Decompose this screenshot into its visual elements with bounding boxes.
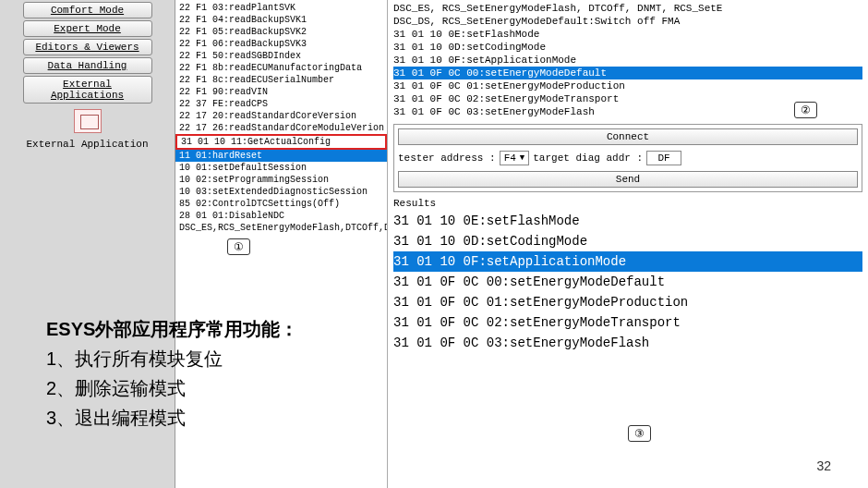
list-item[interactable]: 85 02:ControlDTCSettings(Off) (175, 198, 387, 210)
tester-address-select[interactable]: F4 ▼ (500, 151, 530, 165)
summary-line-2: 2、删除运输模式 (46, 373, 298, 403)
tester-address-value: F4 (504, 152, 516, 164)
right-pane: DSC_ES, RCS_SetEnergyModeFlash, DTCOff, … (388, 0, 868, 488)
list-item[interactable]: 22 F1 8c:readECUSerialNumber (175, 74, 387, 86)
list-item[interactable]: DSC_ES, RCS_SetEnergyModeFlash, DTCOff, … (393, 2, 862, 15)
list-item[interactable]: 31 01 0F 0C 01:setEnergyModeProduction (393, 79, 862, 92)
list-item[interactable]: 22 F1 05:readBackupSVK2 (175, 26, 387, 38)
target-addr-input[interactable]: DF (646, 151, 681, 165)
list-item[interactable]: 22 F1 03:readPlantSVK (175, 2, 387, 14)
results-label: Results (393, 198, 862, 209)
external-app-icon (74, 109, 102, 133)
list-item[interactable]: 10 03:setExtendedDiagnosticSession (175, 186, 387, 198)
sidebar-item-expert[interactable]: Expert Mode (23, 20, 152, 37)
list-item[interactable]: 31 01 10 0E:setFlashMode (393, 28, 862, 41)
list-item[interactable]: 10 01:setDefaultSession (175, 162, 387, 174)
list-item[interactable]: 22 F1 8b:readECUManufactoringData (175, 62, 387, 74)
connect-button[interactable]: Connect (398, 128, 858, 145)
sidebar-item-data[interactable]: Data Handling (23, 57, 152, 74)
list-item[interactable]: 31 01 10 11:GetActualConfig (175, 134, 387, 150)
sidebar-item-comfort[interactable]: Comfort Mode (23, 2, 152, 18)
page-number: 32 (816, 458, 831, 473)
list-item[interactable]: 11 01:hardReset (175, 150, 387, 162)
list-item[interactable]: 31 01 0F 0C 02:setEnergyModeTransport (393, 312, 862, 333)
list-item[interactable]: 22 F1 06:readBackupSVK3 (175, 38, 387, 50)
list-item[interactable]: 22 17 26:readStandardCoreModuleVerion (175, 122, 387, 134)
list-item[interactable]: 31 01 10 0F:setApplicationMode (393, 54, 862, 67)
sidebar-item-editors[interactable]: Editors & Viewers (23, 39, 152, 55)
list-item[interactable]: 31 01 0F 0C 00:setEnergyModeDefault (393, 67, 862, 79)
list-item[interactable]: 22 F1 90:readVIN (175, 86, 387, 98)
target-addr-label: target diag addr : (533, 152, 643, 164)
list-item[interactable]: 31 01 10 0F:setApplicationMode (393, 251, 862, 272)
list-item[interactable]: 22 F1 04:readBackupSVK1 (175, 14, 387, 26)
results-list[interactable]: 31 01 10 0E:setFlashMode31 01 10 0D:setC… (393, 211, 862, 353)
chevron-down-icon: ▼ (520, 153, 524, 163)
summary-line-3: 3、退出编程模式 (46, 403, 298, 433)
sidebar-item-external[interactable]: External Applications (23, 76, 152, 104)
summary-line-1: 1、执行所有模块复位 (46, 344, 298, 373)
list-item[interactable]: 31 01 0F 0C 03:setEnergyModeFlash (393, 105, 862, 118)
list-item[interactable]: DSC_ES,RCS_SetEnergyModeFlash,DTCOff,DNM… (175, 222, 387, 234)
list-item[interactable]: 31 01 0F 0C 00:setEnergyModeDefault (393, 272, 862, 292)
list-item[interactable]: 31 01 0F 0C 01:setEnergyModeProduction (393, 292, 862, 312)
list-item[interactable]: 31 01 10 0D:setCodingMode (393, 41, 862, 54)
list-item[interactable]: 22 17 20:readStandardCoreVersion (175, 110, 387, 122)
list-item[interactable]: 31 01 0F 0C 03:setEnergyModeFlash (393, 333, 862, 353)
external-app-label: External Application (0, 139, 175, 150)
list-item[interactable]: DSC_DS, RCS_SetEnergyModeDefault:Switch … (393, 15, 862, 28)
connect-panel: Connect tester address : F4 ▼ target dia… (393, 124, 862, 192)
callout-2: ② (794, 102, 817, 118)
summary-title: ESYS外部应用程序常用功能： (46, 314, 298, 344)
external-app-launcher[interactable]: External Application (0, 109, 175, 150)
tester-address-label: tester address : (398, 152, 496, 164)
callout-1: ① (227, 238, 250, 255)
list-item[interactable]: 22 37 FE:readCPS (175, 98, 387, 110)
list-item[interactable]: 22 F1 50:readSGBDIndex (175, 50, 387, 62)
send-button[interactable]: Send (398, 171, 858, 188)
list-item[interactable]: 31 01 0F 0C 02:setEnergyModeTransport (393, 92, 862, 105)
list-item[interactable]: 10 02:setProgrammingSession (175, 174, 387, 186)
list-item[interactable]: 28 01 01:DisableNDC (175, 210, 387, 222)
list-item[interactable]: 31 01 10 0D:setCodingMode (393, 231, 862, 251)
callout-3: ③ (628, 425, 651, 442)
list-item[interactable]: 31 01 10 0E:setFlashMode (393, 211, 862, 231)
summary-text: ESYS外部应用程序常用功能： 1、执行所有模块复位 2、删除运输模式 3、退出… (46, 314, 298, 433)
